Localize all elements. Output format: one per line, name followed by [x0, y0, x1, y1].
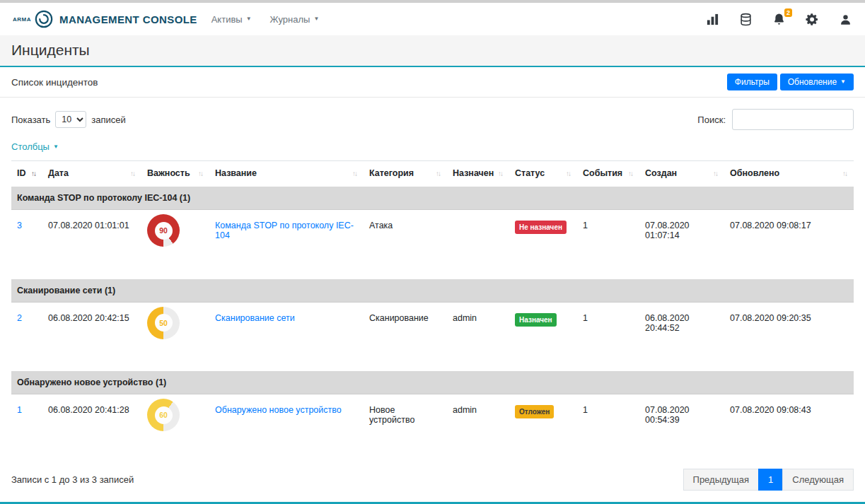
incident-date: 06.08.2020 20:41:28: [42, 394, 141, 458]
column-header[interactable]: Категория↑↓: [364, 161, 447, 187]
group-header-row: Обнаружено новое устройство (1): [11, 370, 854, 394]
navbar-icons: 2: [706, 13, 852, 26]
incident-name-link[interactable]: Сканирование сети: [215, 313, 295, 323]
incident-created: 06.08.2020 20:44:52: [639, 302, 724, 370]
records-info: Записи с 1 до 3 из 3 записей: [11, 474, 134, 485]
severity-donut: 90: [147, 214, 180, 247]
sort-icon: ↑↓: [566, 170, 571, 177]
incident-row: 2 06.08.2020 20:42:15 50 Сканирование се…: [11, 302, 854, 370]
incident-category: Атака: [364, 210, 447, 279]
incident-assignee: admin: [447, 302, 509, 370]
caret-down-icon: ▼: [313, 16, 319, 22]
column-header[interactable]: Создан↑↓: [639, 161, 724, 187]
incident-name-link[interactable]: Обнаружено новое устройство: [215, 405, 342, 415]
incident-date: 06.08.2020 20:42:15: [42, 302, 141, 370]
filters-button[interactable]: Фильтры: [727, 74, 777, 90]
incident-date: 07.08.2020 01:01:01: [42, 210, 141, 279]
show-entries-suffix: записей: [91, 115, 125, 125]
reports-button[interactable]: [706, 13, 719, 26]
chart-icon: [706, 13, 719, 26]
incident-id-link[interactable]: 2: [17, 313, 22, 323]
nav-item-assets[interactable]: Активы ▼: [211, 14, 252, 25]
sort-icon: ↑↓: [842, 170, 848, 177]
nav-item-journals[interactable]: Журналы ▼: [270, 14, 320, 25]
sort-icon: ↑↓: [31, 170, 37, 177]
brand[interactable]: ARMA MANAGEMENT CONSOLE: [13, 10, 211, 28]
severity-value: 90: [159, 226, 168, 235]
show-entries-label: Показать: [11, 115, 50, 125]
column-header[interactable]: Дата↑↓: [42, 161, 141, 187]
columns-row: Столбцы ▼: [0, 134, 865, 160]
notification-badge: 2: [784, 8, 792, 17]
column-header[interactable]: Статус↑↓: [509, 161, 577, 187]
incidents-table: ID↑↓ Дата↑↓ Важность↑↓ Название↑↓ Катего…: [11, 160, 854, 457]
column-header[interactable]: События↑↓: [577, 161, 639, 187]
notifications-button[interactable]: 2: [772, 13, 786, 26]
status-badge: Назначен: [515, 313, 557, 327]
incident-events: 1: [577, 210, 639, 279]
column-header[interactable]: Название↑↓: [209, 161, 364, 187]
sort-icon: ↑↓: [352, 170, 358, 177]
show-entries: Показать 10 записей: [11, 111, 126, 128]
pagination: Предыдущая 1 Следующая: [683, 469, 854, 491]
incident-updated: 07.08.2020 09:08:17: [724, 210, 854, 279]
pagination-prev[interactable]: Предыдущая: [683, 469, 760, 491]
search-box: Поиск:: [697, 109, 854, 130]
sort-icon: ↑↓: [628, 170, 634, 177]
entries-select[interactable]: 10: [55, 111, 86, 128]
caret-down-icon: ▼: [53, 144, 59, 150]
incident-events: 1: [577, 302, 639, 370]
incident-updated: 07.08.2020 09:20:35: [724, 302, 854, 370]
column-header[interactable]: ID↑↓: [11, 161, 42, 187]
status-badge: Отложен: [515, 405, 554, 418]
arma-logo-text: ARMA: [13, 16, 31, 23]
table-controls: Показать 10 записей Поиск:: [0, 98, 865, 134]
column-header[interactable]: Назначен↑↓: [447, 161, 509, 187]
severity-donut: 60: [147, 399, 180, 431]
sort-icon: ↑↓: [713, 170, 719, 177]
incident-created: 07.08.2020 01:07:14: [639, 210, 724, 279]
database-button[interactable]: [739, 13, 753, 26]
incident-name-link[interactable]: Команда STOP по протоколу IEC-104: [215, 221, 354, 240]
database-icon: [739, 13, 753, 26]
table-header-row: ID↑↓ Дата↑↓ Важность↑↓ Название↑↓ Катего…: [11, 161, 854, 187]
incident-id-link[interactable]: 1: [17, 405, 22, 415]
sort-icon: ↑↓: [498, 170, 504, 177]
panel-actions: Фильтры Обновление ▼: [727, 74, 854, 90]
search-input[interactable]: [732, 109, 854, 130]
pagination-page-1[interactable]: 1: [758, 469, 783, 491]
incident-category: Новое устройство: [364, 394, 447, 458]
incident-assignee: [447, 210, 509, 279]
column-header[interactable]: Важность↑↓: [141, 161, 209, 187]
incident-assignee: admin: [447, 394, 509, 458]
status-badge: Не назначен: [515, 221, 567, 234]
user-icon: [839, 13, 852, 26]
incident-events: 1: [577, 394, 639, 458]
severity-donut: 50: [147, 307, 180, 339]
top-navbar: ARMA MANAGEMENT CONSOLE Активы ▼ Журналы…: [0, 3, 865, 35]
sort-icon: ↑↓: [130, 170, 136, 177]
panel-title: Список инцидентов: [11, 77, 98, 88]
incident-id-link[interactable]: 3: [17, 221, 22, 230]
incident-updated: 07.08.2020 09:08:43: [724, 394, 854, 458]
incidents-table-wrap: ID↑↓ Дата↑↓ Важность↑↓ Название↑↓ Катего…: [0, 160, 865, 457]
page-title: Инциденты: [11, 42, 854, 59]
group-header-row: Команда STOP по протоколу IEC-104 (1): [11, 186, 854, 210]
caret-down-icon: ▼: [246, 16, 252, 22]
settings-button[interactable]: [806, 13, 819, 26]
app-shell: ARMA MANAGEMENT CONSOLE Активы ▼ Журналы…: [0, 0, 865, 504]
main-menu: Активы ▼ Журналы ▼: [211, 14, 320, 25]
pagination-next[interactable]: Следующая: [782, 469, 854, 491]
columns-button[interactable]: Столбцы ▼: [11, 141, 59, 152]
sort-icon: ↑↓: [436, 170, 441, 177]
brand-name: MANAGEMENT CONSOLE: [59, 13, 197, 25]
refresh-button[interactable]: Обновление ▼: [780, 74, 854, 90]
profile-button[interactable]: [839, 13, 852, 26]
arma-logo-icon: [35, 10, 53, 28]
column-header[interactable]: Обновлено↑↓: [724, 161, 854, 187]
incident-row: 3 07.08.2020 01:01:01 90 Команда STOP по…: [11, 210, 854, 279]
panel-header: Список инцидентов Фильтры Обновление ▼: [0, 67, 865, 98]
search-label: Поиск:: [697, 115, 726, 125]
group-header-row: Сканирование сети (1): [11, 279, 854, 303]
page-title-bar: Инциденты: [0, 35, 865, 67]
